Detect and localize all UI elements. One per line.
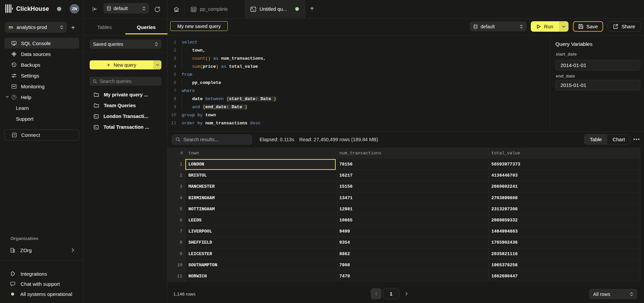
- svg-text:?: ?: [13, 95, 15, 99]
- svg-text:aws: aws: [9, 26, 13, 28]
